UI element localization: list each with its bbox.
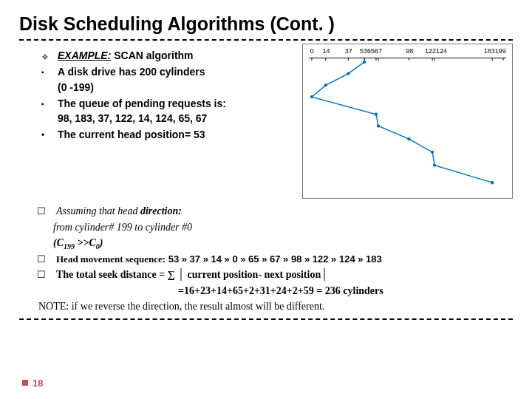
assume-line2: from cylinder# 199 to cylinder #0 [19,219,513,235]
algorithm-name: SCAN algorithm [114,50,193,61]
seq-label: Head movement sequence: [56,253,166,265]
dot-icon [41,127,50,142]
b1-range: (0 -199) [58,81,94,93]
example-label: EXAMPLE: [58,50,111,61]
content-row: EXAMPLE: SCAN algorithm A disk drive has… [19,48,513,199]
square-icon [41,64,50,95]
assume-line: Assuming that head direction: [19,203,513,219]
bullet-1: A disk drive has 200 cylinders (0 -199) [41,64,295,95]
svg-point-12 [347,72,349,75]
chart-axis-labels: 0 14 37 536567 98 122124 183199 [306,47,509,58]
svg-point-15 [375,113,378,116]
svg-point-11 [363,61,366,64]
checkbox-icon [19,267,50,282]
scan-path [309,58,506,192]
assume-a: Assuming that head [56,205,137,216]
lower-section: Assuming that head direction: from cylin… [19,203,513,314]
page-title: Disk Scheduling Algorithms (Cont. ) [19,13,513,38]
divider-top [19,39,513,41]
page-number: 18 [22,378,43,389]
b2-text: The queue of pending requests is: [58,98,226,109]
svg-point-20 [491,181,494,184]
svg-point-18 [431,151,434,154]
bullet-column: EXAMPLE: SCAN algorithm A disk drive has… [19,48,295,144]
example-line: EXAMPLE: SCAN algorithm [41,48,295,63]
svg-point-19 [433,163,436,166]
b2-queue: 98, 183, 37, 122, 14, 124, 65, 67 [58,112,207,124]
square-icon [41,96,50,126]
c-line: (C199 >>C0) [19,235,513,252]
bullet-2: The queue of pending requests is: 98, 18… [41,96,295,126]
total-line: The total seek distance = ∑ │ current po… [19,267,513,282]
calc-line: =16+23+14+65+2+31+24+2+59 = 236 cylinder… [19,283,513,299]
checkbox-icon [19,203,50,219]
assume-b: direction: [140,205,182,216]
note-line: NOTE: if we reverse the direction, the r… [19,299,513,314]
diamond-icon [41,48,50,63]
svg-point-17 [407,137,410,140]
sequence-line: Head movement sequence: 53 » 37 » 14 » 0… [19,252,513,267]
svg-point-16 [377,124,380,127]
bullet-3: The current head position= 53 [41,127,295,142]
b3-text: The current head position= 53 [58,129,205,140]
checkbox-icon [19,252,50,267]
divider-bottom [19,318,513,320]
total-label: The total seek distance = ∑ │ current po… [56,269,328,280]
svg-point-14 [310,95,313,98]
scan-chart: 0 14 37 536567 98 122124 183199 [302,44,513,199]
note-text: if we reverse the direction, the result … [72,301,325,312]
note-label: NOTE: [38,301,69,312]
b1-text: A disk drive has 200 cylinders [58,66,205,78]
seq-value: 53 » 37 » 14 » 0 » 65 » 67 » 98 » 122 » … [168,253,382,265]
svg-point-13 [324,83,327,86]
